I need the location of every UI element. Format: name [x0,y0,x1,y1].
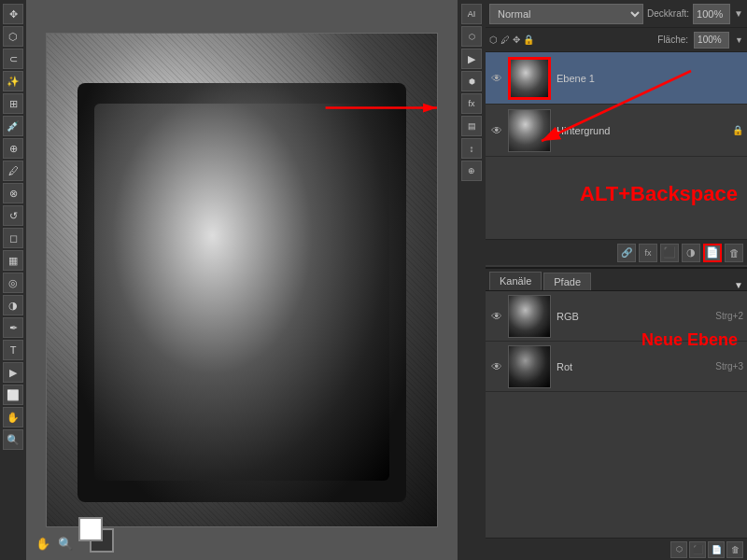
options-btn-5[interactable]: fx [461,93,482,114]
channel-name-rgb: RGB [557,311,715,322]
options-btn-2[interactable]: ⬡ [461,26,482,47]
channel-name-rot: Rot [557,361,715,372]
layer-name-hintergrund: Hintergrund [557,125,732,136]
options-btn-4[interactable]: ⬢ [461,71,482,91]
blur-tool[interactable]: ◎ [3,273,23,293]
channel-thumb-inner-rgb [509,296,550,337]
layer-item-ebene1[interactable]: 👁 Ebene 1 [486,52,747,105]
options-btn-8[interactable]: ⊕ [461,161,482,181]
magic-wand-tool[interactable]: ✨ [3,71,23,91]
options-btn-6[interactable]: ▤ [461,116,482,136]
delete-layer-btn[interactable]: 🗑 [725,244,743,262]
new-layer-btn[interactable]: 📄 [703,244,722,262]
eyedropper-tool[interactable]: 💉 [3,116,23,136]
hand-tool[interactable]: ✋ [3,407,23,427]
tab-pfade[interactable]: Pfade [543,273,591,290]
channel-thumb-inner-rot [509,346,550,387]
new-channel-btn[interactable]: 📄 [708,541,725,558]
opacity-label: Deckkraft: [647,8,689,19]
layer-visibility-ebene1[interactable]: 👁 [489,71,504,86]
opacity-input[interactable] [693,4,730,24]
move-tool[interactable]: ✥ [3,4,23,24]
ice-block-graphic [47,34,437,526]
zoom-tool[interactable]: 🔍 [3,429,23,450]
fill-input[interactable] [694,32,729,49]
lock-transparent-icon[interactable]: ⬡ [489,35,498,45]
layer-item-hintergrund[interactable]: 👁 Hintergrund 🔒 [486,105,747,157]
fill-menu[interactable]: ▼ [735,35,743,45]
channel-item-rgb[interactable]: 👁 RGB Strg+2 [486,291,747,342]
canvas-area: ✋ 🔍 [26,0,458,560]
lock-all-icon[interactable]: 🔒 [523,35,534,45]
layers-list: 👁 Ebene 1 👁 Hintergrund 🔒 [486,52,747,239]
fill-label: Fläche: [657,35,688,45]
layer-lock-icon: 🔒 [732,125,743,135]
clone-tool[interactable]: ⊗ [3,183,23,203]
layer-thumb-inner-ebene1 [511,60,548,97]
lock-pixels-icon[interactable]: 🖊 [500,35,510,45]
left-toolbar: ✥ ⬡ ⊂ ✨ ⊞ 💉 ⊕ 🖊 ⊗ ↺ ◻ ▦ ◎ ◑ ✒ T ▶ ⬜ ✋ 🔍 [0,0,26,560]
brush-tool[interactable]: 🖊 [3,161,23,181]
channel-item-rot[interactable]: 👁 Rot Strg+3 [486,342,747,392]
link-layers-btn[interactable]: 🔗 [617,244,636,262]
options-btn-3[interactable]: ▶ [461,49,482,69]
lock-move-icon[interactable]: ✥ [513,35,520,45]
blend-mode-select[interactable]: Normal [489,4,643,24]
gradient-tool[interactable]: ▦ [3,250,23,271]
canvas-image [46,33,438,527]
eraser-tool[interactable]: ◻ [3,228,23,248]
mid-toolbar: AI ⬡ ▶ ⬢ fx ▤ ↕ ⊕ [458,0,486,560]
channel-thumb-rot [508,345,551,388]
foreground-color-swatch[interactable] [78,517,103,541]
layer-thumb-hintergrund [508,109,551,152]
channels-tabs: Kanäle Pfade ▼ [486,267,747,291]
lock-icons: ⬡ 🖊 ✥ 🔒 [489,35,534,45]
channels-menu-btn[interactable]: ▼ [734,280,743,290]
zoom-tool-bottom[interactable]: 🔍 [56,534,75,553]
layer-thumb-ebene1 [508,57,551,100]
top-bar-menu[interactable]: ▼ [734,8,743,19]
ice-block-inner [78,83,405,502]
heal-tool[interactable]: ⊕ [3,138,23,159]
layers-options-bar: ⬡ 🖊 ✥ 🔒 Fläche: ▼ [486,28,747,52]
tab-kanaele[interactable]: Kanäle [489,272,542,290]
channel-thumb-rgb [508,295,551,338]
marquee-tool[interactable]: ⬡ [3,26,23,47]
dodge-tool[interactable]: ◑ [3,295,23,315]
channels-list: 👁 RGB Strg+2 👁 Rot Strg+3 [486,291,747,538]
channel-mask-btn[interactable]: ⬛ [689,541,706,558]
channel-shortcut-rot: Strg+3 [715,361,743,371]
shape-tool[interactable]: ⬜ [3,385,23,405]
channel-visibility-rot[interactable]: 👁 [489,359,504,374]
hand-tool-bottom[interactable]: ✋ [34,534,52,553]
layer-mask-btn[interactable]: ⬛ [660,244,679,262]
pen-tool[interactable]: ✒ [3,317,23,338]
lasso-tool[interactable]: ⊂ [3,49,23,69]
layer-thumb-inner-hintergrund [509,110,550,151]
layer-visibility-hintergrund[interactable]: 👁 [489,123,504,138]
color-picker[interactable] [78,517,114,553]
delete-channel-btn[interactable]: 🗑 [726,541,743,558]
right-panel: Normal Deckkraft: ▼ ⬡ 🖊 ✥ 🔒 Fläche: ▼ 👁 … [486,0,747,560]
channel-shortcut-rgb: Strg+2 [715,311,743,321]
layers-bottom-bar: 🔗 fx ⬛ ◑ 📄 🗑 [486,239,747,265]
history-brush[interactable]: ↺ [3,205,23,226]
channel-visibility-rgb[interactable]: 👁 [489,309,504,324]
crop-tool[interactable]: ⊞ [3,93,23,114]
options-btn-1[interactable]: AI [461,4,482,24]
layer-name-ebene1: Ebene 1 [557,73,743,84]
channel-dotted-btn[interactable]: ⬡ [670,541,687,558]
blend-mode-bar: Normal Deckkraft: ▼ [486,0,747,28]
channels-bottom-bar: ⬡ ⬛ 📄 🗑 [486,538,747,560]
bottom-tools: ✋ 🔍 [34,517,114,553]
path-select-tool[interactable]: ▶ [3,362,23,383]
options-btn-7[interactable]: ↕ [461,138,482,159]
layer-fx-btn[interactable]: fx [639,244,657,262]
layer-adjustment-btn[interactable]: ◑ [682,244,700,262]
text-tool[interactable]: T [3,340,23,360]
